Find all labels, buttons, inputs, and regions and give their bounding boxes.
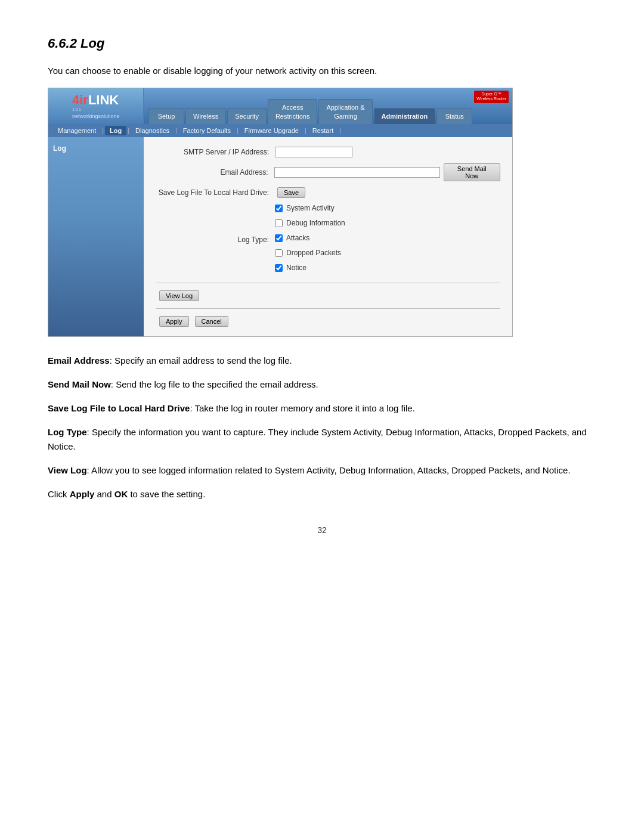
bottom-buttons: Apply Cancel [156, 316, 500, 327]
checkbox-system-activity-label: System Activity [286, 204, 335, 212]
view-log-area: View Log [156, 290, 500, 301]
email-label: Email Address: [156, 168, 274, 176]
checkbox-debug-info: Debug Information [275, 219, 345, 227]
closing-suffix: to save the setting. [128, 489, 205, 499]
checkbox-notice-input[interactable] [275, 264, 283, 272]
view-log-button[interactable]: View Log [159, 290, 199, 301]
closing-apply: Apply [70, 489, 95, 499]
subnav-restart[interactable]: Restart [308, 126, 338, 135]
desc-save-log-text: : Take the log in router memory and stor… [190, 403, 414, 413]
checkbox-attacks-label: Attacks [286, 234, 309, 242]
tab-administration[interactable]: Administration [374, 108, 436, 124]
desc-send-mail: Send Mail Now: Send the log file to the … [48, 377, 596, 392]
email-row: Email Address: Send Mail Now [156, 163, 500, 181]
checkbox-notice: Notice [275, 264, 345, 272]
tab-status[interactable]: Status [436, 108, 472, 124]
subnav-sep-5: | [304, 127, 308, 134]
apply-button[interactable]: Apply [159, 316, 189, 327]
desc-email-term: Email Address [48, 355, 110, 366]
desc-save-log: Save Log File to Local Hard Drive: Take … [48, 401, 596, 416]
smtp-row: SMTP Server / IP Address: [156, 147, 500, 157]
desc-log-type-term: Log Type [48, 427, 87, 437]
tab-security[interactable]: Security [227, 108, 267, 124]
logo-sub: 101 [72, 107, 119, 112]
tab-access-restrictions[interactable]: AccessRestrictions [268, 99, 317, 124]
desc-log-type-text: : Specify the information you want to ca… [48, 427, 587, 451]
checkbox-dropped-packets-input[interactable] [275, 249, 283, 257]
smtp-input[interactable] [275, 147, 352, 157]
router-content: Log SMTP Server / IP Address: Email Addr… [48, 137, 512, 336]
closing-and: and [94, 489, 114, 499]
checkbox-group: System Activity Debug Information Attack… [275, 204, 345, 275]
router-ui: 4irLINK 101 networkingsolutions Setup Wi… [48, 88, 513, 337]
main-panel: SMTP Server / IP Address: Email Address:… [144, 137, 512, 336]
sub-nav: Management | Log | Diagnostics | Factory… [48, 124, 512, 137]
subnav-sep-1: | [101, 127, 105, 134]
checkbox-debug-info-input[interactable] [275, 219, 283, 227]
logo-brand: 4irLINK [72, 94, 119, 107]
subnav-sep-6: | [338, 127, 342, 134]
nav-tabs: Setup Wireless Security AccessRestrictio… [144, 88, 512, 124]
email-input[interactable] [274, 167, 440, 178]
page-title: 6.6.2 Log [48, 36, 596, 51]
subnav-management[interactable]: Management [53, 126, 101, 135]
checkbox-notice-label: Notice [286, 264, 306, 272]
desc-view-log-term: View Log [48, 465, 87, 475]
send-mail-button[interactable]: Send Mail Now [444, 163, 500, 181]
checkbox-attacks-input[interactable] [275, 234, 283, 242]
smtp-label: SMTP Server / IP Address: [156, 148, 275, 156]
tab-setup[interactable]: Setup [148, 108, 184, 124]
logo-area: 4irLINK 101 networkingsolutions [48, 88, 144, 124]
intro-text: You can choose to enable or disable logg… [48, 66, 596, 76]
desc-email-address: Email Address: Specify an email address … [48, 354, 596, 368]
subnav-firmware-upgrade[interactable]: Firmware Upgrade [240, 126, 304, 135]
sidebar-log-label: Log [53, 144, 66, 153]
divider-2 [156, 308, 500, 309]
desc-view-log: View Log: Allow you to see logged inform… [48, 463, 596, 478]
log-type-row: Log Type: System Activity Debug Informat… [156, 204, 500, 275]
desc-save-log-term: Save Log File to Local Hard Drive [48, 403, 190, 413]
logo-net: networkingsolutions [72, 113, 119, 119]
desc-send-mail-text: : Send the log file to the specified the… [111, 379, 318, 389]
tab-wireless[interactable]: Wireless [185, 108, 226, 124]
super-g-badge: Super G™Wireless Router [474, 91, 509, 103]
log-type-label: Log Type: [156, 236, 275, 244]
save-button[interactable]: Save [277, 187, 305, 198]
subnav-sep-4: | [236, 127, 240, 134]
cancel-button[interactable]: Cancel [195, 316, 228, 327]
closing-text: Click Apply and OK to save the setting. [48, 487, 596, 501]
subnav-sep-3: | [174, 127, 178, 134]
desc-log-type: Log Type: Specify the information you wa… [48, 425, 596, 454]
router-header: 4irLINK 101 networkingsolutions Setup Wi… [48, 88, 512, 124]
checkbox-system-activity: System Activity [275, 204, 345, 212]
save-log-row: Save Log File To Local Hard Drive: Save [156, 187, 500, 198]
subnav-diagnostics[interactable]: Diagnostics [131, 126, 174, 135]
save-log-label: Save Log File To Local Hard Drive: [156, 188, 275, 197]
subnav-factory-defaults[interactable]: Factory Defaults [178, 126, 236, 135]
closing-prefix: Click [48, 489, 70, 499]
closing-ok: OK [114, 489, 128, 499]
subnav-log[interactable]: Log [105, 126, 126, 135]
checkbox-dropped-packets-label: Dropped Packets [286, 249, 341, 257]
divider-1 [156, 283, 500, 283]
checkbox-dropped-packets: Dropped Packets [275, 249, 345, 257]
sidebar: Log [48, 137, 144, 336]
checkbox-debug-info-label: Debug Information [286, 219, 345, 227]
page-number: 32 [48, 525, 596, 535]
desc-send-mail-term: Send Mail Now [48, 379, 111, 389]
subnav-sep-2: | [126, 127, 131, 134]
checkbox-attacks: Attacks [275, 234, 345, 242]
checkbox-system-activity-input[interactable] [275, 205, 283, 212]
desc-view-log-text: : Allow you to see logged information re… [87, 465, 571, 475]
desc-email-text: : Specify an email address to send the l… [110, 355, 292, 366]
tab-application-gaming[interactable]: Application &Gaming [318, 99, 372, 124]
